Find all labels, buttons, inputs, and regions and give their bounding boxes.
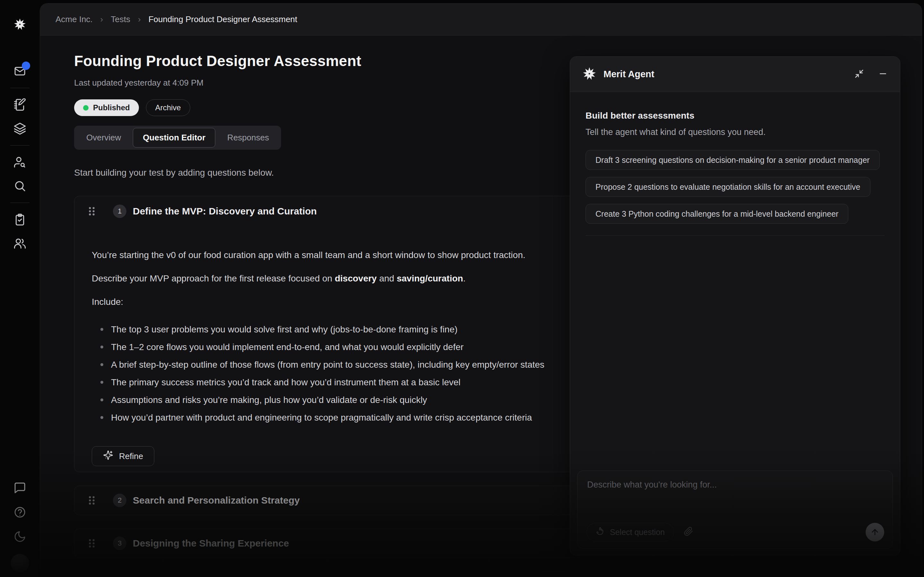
- inbox-icon[interactable]: [11, 63, 28, 79]
- tab-bar: Overview Question Editor Responses: [74, 126, 281, 150]
- agent-title: Merit Agent: [604, 69, 654, 79]
- notification-dot: [22, 61, 30, 70]
- breadcrumb-current: Founding Product Designer Assessment: [149, 15, 297, 24]
- question-number: 2: [113, 494, 126, 507]
- published-badge[interactable]: Published: [74, 99, 139, 116]
- layers-icon[interactable]: [11, 120, 28, 137]
- app: Acme Inc. › Tests › Founding Product Des…: [0, 0, 924, 577]
- archive-button[interactable]: Archive: [146, 99, 190, 116]
- left-sidebar: [0, 0, 40, 577]
- agent-heading: Build better assessments: [586, 111, 885, 121]
- published-label: Published: [93, 103, 130, 112]
- users-icon[interactable]: [11, 235, 28, 251]
- question-title[interactable]: Search and Personalization Strategy: [133, 495, 300, 506]
- status-dot: [83, 105, 89, 111]
- user-avatar[interactable]: [11, 554, 29, 572]
- agent-header: Merit Agent: [570, 57, 900, 92]
- user-search-icon[interactable]: [11, 154, 28, 171]
- tab-responses[interactable]: Responses: [217, 128, 279, 147]
- dark-mode-icon[interactable]: [11, 528, 28, 545]
- select-question-button[interactable]: Select question: [586, 523, 674, 542]
- suggestion-button[interactable]: Propose 2 questions to evaluate negotiat…: [586, 177, 871, 197]
- drag-handle-icon[interactable]: [87, 206, 96, 217]
- top-bar: Acme Inc. › Tests › Founding Product Des…: [40, 3, 922, 35]
- suggestion-button[interactable]: Draft 3 screening questions on decision-…: [586, 150, 880, 170]
- agent-composer: Select question: [577, 471, 893, 549]
- minimize-icon[interactable]: [878, 69, 888, 80]
- tab-question-editor[interactable]: Question Editor: [133, 128, 215, 147]
- attachment-icon[interactable]: [684, 527, 693, 538]
- question-title[interactable]: Define the MVP: Discovery and Curation: [133, 206, 317, 217]
- question-number: 1: [113, 205, 126, 218]
- pointer-hand-icon: [596, 527, 605, 538]
- clipboard-check-icon[interactable]: [11, 211, 28, 228]
- refine-button[interactable]: Refine: [92, 446, 154, 466]
- agent-input[interactable]: [586, 479, 884, 505]
- select-question-label: Select question: [610, 528, 665, 537]
- collapse-icon[interactable]: [855, 69, 864, 80]
- tab-overview[interactable]: Overview: [76, 128, 131, 147]
- drag-handle-icon[interactable]: [87, 495, 96, 506]
- question-number: 3: [113, 537, 126, 550]
- agent-body: Build better assessments Tell the agent …: [570, 92, 900, 235]
- chat-icon[interactable]: [11, 480, 28, 496]
- drag-handle-icon[interactable]: [87, 538, 96, 549]
- suggestion-button[interactable]: Create 3 Python coding challenges for a …: [586, 204, 848, 224]
- breadcrumb-org[interactable]: Acme Inc.: [55, 15, 93, 24]
- question-title[interactable]: Designing the Sharing Experience: [133, 538, 289, 549]
- archive-label: Archive: [155, 103, 181, 112]
- agent-subheading: Tell the agent what kind of questions yo…: [586, 127, 885, 137]
- search-icon[interactable]: [11, 177, 28, 194]
- merit-logo-icon: [11, 16, 28, 33]
- notebook-pen-icon[interactable]: [11, 97, 28, 113]
- question-card-4[interactable]: 4 Design System v1: Tokens, Components, …: [74, 571, 880, 577]
- chevron-right-icon: ›: [138, 15, 141, 24]
- refine-label: Refine: [119, 451, 143, 461]
- breadcrumb-tests[interactable]: Tests: [111, 15, 130, 24]
- chevron-right-icon: ›: [100, 15, 103, 24]
- merit-logo-icon: [582, 67, 596, 82]
- sparkles-icon: [103, 450, 113, 463]
- divider: [10, 203, 29, 203]
- divider: [10, 88, 29, 88]
- send-button[interactable]: [866, 523, 884, 542]
- help-icon[interactable]: [11, 504, 28, 521]
- merit-agent-panel: Merit Agent Build better assessments Tel…: [570, 56, 900, 556]
